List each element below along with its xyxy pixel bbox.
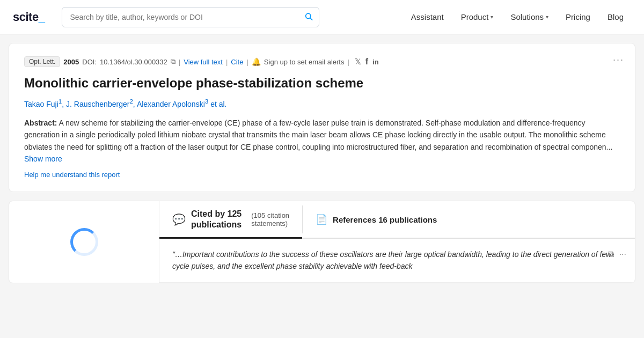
abstract-label: Abstract:	[24, 119, 57, 127]
view-full-text-link[interactable]: View full text	[184, 58, 223, 66]
svg-line-1	[310, 18, 312, 20]
social-icons: 𝕏 f in	[355, 57, 379, 67]
nav-assistant[interactable]: Assistant	[404, 8, 451, 26]
citation-bubble-icon: 💬	[172, 213, 186, 226]
document-icon: 📄	[316, 214, 327, 225]
author-1[interactable]: Takao Fuji1	[24, 100, 62, 108]
abstract: Abstract: A new scheme for stabilizing t…	[24, 117, 620, 165]
nav-blog[interactable]: Blog	[600, 8, 631, 26]
meta-separator-2: |	[226, 58, 228, 66]
paper-card: ··· Opt. Lett. 2005 DOI: 10.1364/ol.30.0…	[9, 43, 635, 192]
journal-tag: Opt. Lett.	[24, 56, 60, 67]
citation-count-line1: (105 citation	[251, 211, 289, 219]
cited-by-publications-label: publications	[191, 219, 241, 230]
solutions-chevron-icon: ▾	[546, 14, 548, 20]
cited-by-tab-text: Cited by 125 publications	[191, 209, 241, 229]
paper-doi-value: 10.1364/ol.30.000332	[100, 58, 167, 66]
header: scite_ Assistant Product ▾ Solutions ▾ P…	[0, 0, 644, 34]
nav-pricing[interactable]: Pricing	[558, 8, 598, 26]
paper-meta: Opt. Lett. 2005 DOI: 10.1364/ol.30.00033…	[24, 56, 620, 67]
copy-doi-icon[interactable]: ⧉	[171, 57, 175, 66]
product-chevron-icon: ▾	[491, 14, 493, 20]
facebook-icon[interactable]: f	[365, 57, 368, 67]
author-2[interactable]: J. Rauschenberger2	[66, 100, 133, 108]
cite-link[interactable]: Cite	[231, 58, 243, 66]
linkedin-icon[interactable]: in	[372, 58, 379, 66]
meta-separator-4: |	[347, 58, 349, 66]
sign-up-alerts-label: Sign up to set email alerts	[264, 58, 345, 66]
abstract-body: A new scheme for stabilizing the carrier…	[24, 119, 612, 151]
cited-by-count-label: Cited by 125	[191, 209, 241, 219]
references-tab[interactable]: 📄 References 16 publications	[303, 201, 450, 237]
search-input[interactable]	[62, 7, 319, 27]
show-more-link[interactable]: Show more	[24, 155, 62, 163]
search-bar-container	[62, 7, 319, 27]
paper-authors: Takao Fuji1, J. Rauschenberger2, Alexand…	[24, 98, 620, 108]
citations-right-panel: 💬 Cited by 125 publications (105 citatio…	[159, 201, 635, 283]
loading-spinner	[70, 228, 98, 256]
more-options-button[interactable]: ···	[613, 54, 624, 65]
et-al-link[interactable]: et al.	[210, 100, 226, 108]
quote-actions: ⧉ ···	[608, 247, 626, 261]
chart-panel	[9, 201, 159, 283]
quote-more-icon[interactable]: ···	[619, 247, 626, 261]
cited-by-tab[interactable]: 💬 Cited by 125 publications (105 citatio…	[159, 201, 302, 238]
citations-tabs: 💬 Cited by 125 publications (105 citatio…	[159, 201, 635, 238]
nav-links: Assistant Product ▾ Solutions ▾ Pricing …	[404, 8, 631, 26]
nav-product[interactable]: Product ▾	[453, 8, 501, 26]
paper-title: Monolithic carrier-envelope phase-stabil…	[24, 75, 620, 91]
paper-doi-label: DOI:	[82, 58, 97, 66]
help-understand-link[interactable]: Help me understand this report	[24, 171, 120, 179]
twitter-icon[interactable]: 𝕏	[355, 57, 361, 67]
citations-section: 💬 Cited by 125 publications (105 citatio…	[9, 201, 635, 283]
author-3[interactable]: Alexander Apolonski3	[137, 100, 208, 108]
meta-separator-3: |	[246, 58, 248, 66]
citation-statements-text: (105 citation statements)	[251, 211, 289, 227]
paper-year: 2005	[63, 58, 79, 66]
logo: scite_	[13, 10, 45, 24]
content-area: ··· Opt. Lett. 2005 DOI: 10.1364/ol.30.0…	[0, 34, 644, 292]
search-icon	[304, 12, 313, 22]
copy-quote-icon[interactable]: ⧉	[608, 247, 614, 261]
bell-icon: 🔔	[252, 57, 261, 66]
meta-separator-1: |	[179, 58, 180, 66]
nav-solutions[interactable]: Solutions ▾	[503, 8, 556, 26]
references-label: References 16 publications	[333, 215, 437, 224]
citation-count-line2: statements)	[251, 219, 289, 227]
citation-quote-item: "…Important contributions to the success…	[159, 239, 635, 283]
citation-quote-text: "…Important contributions to the success…	[172, 250, 614, 270]
